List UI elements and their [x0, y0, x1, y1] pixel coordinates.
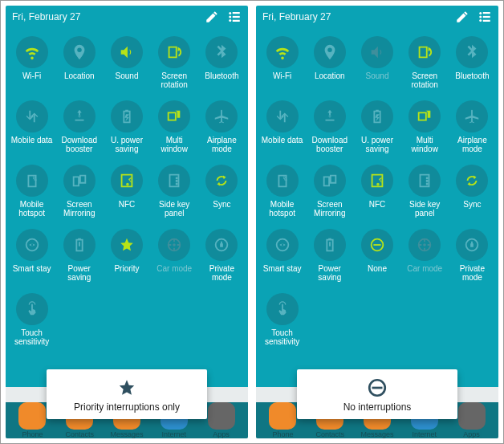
tile-sync[interactable]: Sync: [449, 160, 495, 222]
tile-bluetooth[interactable]: Bluetooth: [449, 31, 495, 94]
tile-mobile-hotspot[interactable]: Mobile hotspot: [259, 160, 305, 222]
sidekey-icon: [408, 165, 441, 197]
list-button[interactable]: [227, 10, 242, 24]
tile-wifi[interactable]: Wi-Fi: [259, 31, 305, 94]
svg-point-2: [229, 16, 231, 18]
download-icon: [63, 100, 96, 132]
tile-label: Bluetooth: [205, 71, 238, 89]
tile-u-power-saving[interactable]: U. power saving: [354, 96, 400, 158]
list-button[interactable]: [478, 10, 492, 24]
tile-label: Airplane mode: [199, 136, 244, 153]
tile-power-saving[interactable]: Power saving: [307, 224, 352, 287]
phone-screen-left: Fri, February 27 Wi-Fi Location Sound Sc…: [6, 6, 248, 438]
dock-label: Apps: [463, 430, 480, 438]
apps-icon: [458, 402, 486, 430]
tile-download-booster[interactable]: Download booster: [56, 96, 102, 158]
tile-side-key-panel[interactable]: Side key panel: [152, 160, 197, 222]
mobiledata-icon: [266, 100, 299, 132]
tile-touch-sensitivity[interactable]: Touch sensitivity: [9, 288, 55, 351]
tile-sound[interactable]: Sound: [104, 31, 149, 94]
tile-mobile-data[interactable]: Mobile data: [9, 96, 55, 158]
private-icon: [205, 229, 238, 261]
tile-label: Touch sensitivity: [10, 328, 55, 346]
tile-car-mode[interactable]: Car mode: [152, 224, 197, 287]
sound-icon: [361, 36, 393, 68]
tile-private-mode[interactable]: Private mode: [449, 224, 495, 287]
tile-label: Priority: [114, 264, 139, 282]
tile-label: Download booster: [57, 136, 102, 153]
tile-sync[interactable]: Sync: [199, 160, 245, 222]
tile-nfc[interactable]: NFC: [104, 160, 149, 222]
tile-touch-sensitivity[interactable]: Touch sensitivity: [259, 288, 305, 351]
car-icon: [408, 229, 441, 261]
upower-icon: [361, 100, 393, 132]
tile-label: Wi-Fi: [273, 71, 291, 89]
tile-mobile-data[interactable]: Mobile data: [259, 96, 305, 158]
tile-location[interactable]: Location: [56, 31, 102, 94]
tile-power-saving[interactable]: Power saving: [56, 224, 102, 287]
tile-label: Power saving: [307, 264, 352, 282]
svg-rect-5: [233, 20, 240, 22]
tile-mobile-hotspot[interactable]: Mobile hotspot: [9, 160, 55, 222]
tile-label: Airplane mode: [449, 136, 494, 153]
tile-label: Screen rotation: [152, 71, 197, 89]
tile-label: Private mode: [199, 264, 244, 282]
airplane-icon: [205, 100, 238, 132]
tile-private-mode[interactable]: Private mode: [199, 224, 245, 287]
tile-airplane-mode[interactable]: Airplane mode: [449, 96, 495, 158]
tile-car-mode[interactable]: Car mode: [402, 224, 448, 287]
location-icon: [314, 36, 346, 68]
tile-smart-stay[interactable]: Smart stay: [259, 224, 305, 287]
tile-label: Smart stay: [13, 264, 51, 282]
svg-point-9: [173, 243, 176, 246]
tile-label: Sound: [116, 71, 139, 89]
power-icon: [314, 229, 346, 261]
power-icon: [63, 229, 96, 261]
edit-button[interactable]: [455, 10, 469, 24]
tile-priority[interactable]: Priority: [104, 224, 149, 287]
tile-screen-mirroring[interactable]: Screen Mirroring: [307, 160, 352, 222]
tile-label: Sound: [366, 71, 389, 89]
tile-label: Car mode: [156, 264, 192, 282]
tile-multi-window[interactable]: Multi window: [152, 96, 197, 158]
nfc-icon: [111, 165, 143, 197]
tile-wifi[interactable]: Wi-Fi: [9, 31, 55, 94]
tile-multi-window[interactable]: Multi window: [402, 96, 448, 158]
svg-rect-16: [483, 20, 490, 22]
status-date: Fri, February 27: [12, 11, 197, 22]
tile-u-power-saving[interactable]: U. power saving: [104, 96, 149, 158]
phone-screen-right: Fri, February 27 Wi-Fi Location Sound Sc…: [256, 6, 498, 438]
tile-label: Side key panel: [402, 200, 447, 218]
tile-screen-mirroring[interactable]: Screen Mirroring: [56, 160, 102, 222]
tile-location[interactable]: Location: [307, 31, 352, 94]
touch-icon: [266, 293, 299, 325]
tile-side-key-panel[interactable]: Side key panel: [402, 160, 448, 222]
tile-screen-rotation[interactable]: Screen rotation: [402, 31, 448, 94]
tile-nfc[interactable]: NFC: [354, 160, 400, 222]
svg-point-0: [229, 12, 231, 14]
tile-screen-rotation[interactable]: Screen rotation: [152, 31, 197, 94]
tile-label: Private mode: [449, 264, 494, 282]
dock-label: Messages: [360, 430, 393, 438]
tile-label: Location: [315, 71, 345, 89]
sync-icon: [456, 165, 488, 197]
tile-label: Wi-Fi: [22, 71, 41, 89]
tile-label: Sync: [463, 200, 481, 218]
location-icon: [63, 36, 96, 68]
edit-button[interactable]: [205, 10, 219, 24]
dock-label: Phone: [22, 430, 43, 438]
tile-sound[interactable]: Sound: [354, 31, 400, 94]
tile-label: Touch sensitivity: [260, 328, 305, 346]
tile-label: Power saving: [57, 264, 102, 282]
tile-smart-stay[interactable]: Smart stay: [9, 224, 55, 287]
comparison-container: Fri, February 27 Wi-Fi Location Sound Sc…: [0, 0, 504, 444]
tile-download-booster[interactable]: Download booster: [307, 96, 352, 158]
tile-bluetooth[interactable]: Bluetooth: [199, 31, 245, 94]
tile-none[interactable]: None: [354, 224, 400, 287]
toast-icon: [116, 377, 137, 398]
nfc-icon: [361, 165, 393, 197]
tile-label: Multi window: [152, 136, 197, 153]
toast-icon: [367, 377, 388, 398]
tile-airplane-mode[interactable]: Airplane mode: [199, 96, 245, 158]
tile-label: Location: [64, 71, 95, 89]
